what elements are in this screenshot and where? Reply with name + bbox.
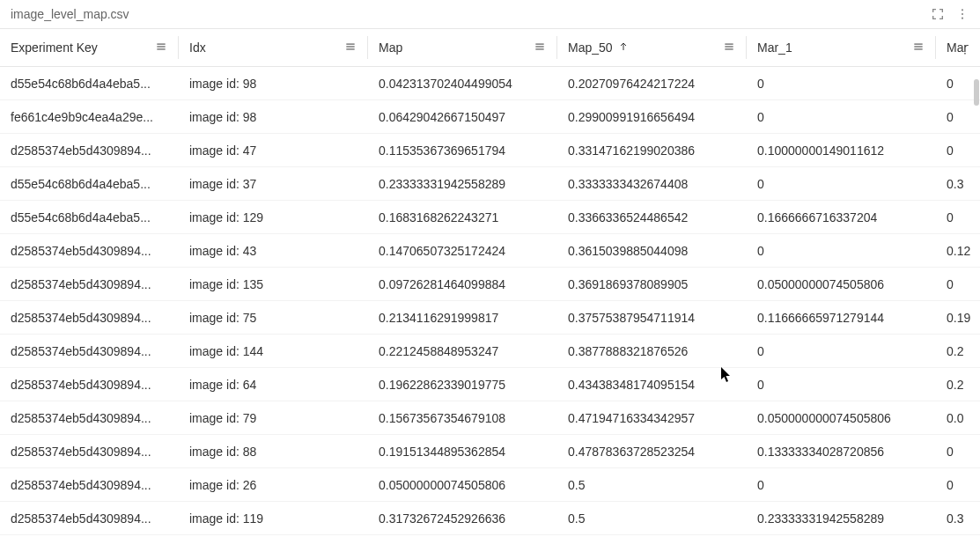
cell-map: 0.05000000074505806	[368, 478, 556, 492]
cell-map50: 0.29900991916656494	[557, 110, 746, 124]
cell-idx: image id: 98	[179, 110, 367, 124]
cell-exp_key: d2585374eb5d4309894...	[0, 478, 178, 492]
cell-idx: image id: 144	[179, 344, 367, 358]
table-row[interactable]: d2585374eb5d4309894...image id: 1350.097…	[0, 268, 980, 301]
column-menu-icon[interactable]	[155, 40, 167, 55]
column-header-label: Experiment Key	[11, 40, 98, 55]
titlebar: image_level_map.csv	[0, 0, 980, 28]
table-row[interactable]: d2585374eb5d4309894...image id: 430.1470…	[0, 234, 980, 268]
cell-map: 0.23333331942558289	[368, 177, 556, 191]
cell-map_cut: 0.3	[936, 177, 980, 191]
cell-idx: image id: 119	[179, 511, 367, 526]
table-row[interactable]: d2585374eb5d4309894...image id: 1190.317…	[0, 502, 980, 535]
cell-map50: 0.3877888321876526	[557, 344, 746, 358]
cell-map: 0.1683168262243271	[368, 210, 556, 224]
table-row[interactable]: d55e54c68b6d4a4eba5...image id: 1290.168…	[0, 201, 980, 234]
column-menu-icon[interactable]	[534, 40, 546, 55]
cell-map_cut: 0.2	[936, 378, 980, 392]
svg-point-1	[962, 13, 963, 15]
cell-map50: 0.3691869378089905	[557, 277, 746, 291]
cell-mar1: 0	[747, 244, 935, 258]
column-menu-icon[interactable]	[344, 40, 357, 55]
table-row[interactable]: d2585374eb5d4309894...image id: 750.2134…	[0, 301, 980, 335]
cell-exp_key: d2585374eb5d4309894...	[0, 143, 178, 158]
column-header-map_cut[interactable]: Maṛ	[936, 29, 980, 66]
cell-exp_key: d55e54c68b6d4a4eba5...	[0, 77, 178, 91]
cell-map50: 0.3333333432674408	[557, 177, 746, 191]
column-header-exp_key[interactable]: Experiment Key	[0, 29, 178, 66]
cell-mar1: 0.10000000149011612	[747, 143, 935, 158]
cell-idx: image id: 43	[179, 244, 367, 258]
cell-exp_key: d2585374eb5d4309894...	[0, 378, 178, 392]
cell-idx: image id: 37	[179, 177, 367, 191]
table-row[interactable]: d55e54c68b6d4a4eba5...image id: 370.2333…	[0, 167, 980, 201]
cell-map_cut: 0	[936, 478, 980, 492]
cell-map: 0.15673567354679108	[368, 411, 556, 425]
fullscreen-icon[interactable]	[931, 7, 945, 21]
more-vertical-icon[interactable]	[955, 7, 969, 21]
table-row[interactable]: d2585374eb5d4309894...image id: 880.1915…	[0, 435, 980, 468]
cell-map50: 0.5	[557, 478, 746, 492]
cell-mar1: 0	[747, 110, 935, 124]
cell-exp_key: d2585374eb5d4309894...	[0, 445, 178, 459]
cell-map50: 0.3615039885044098	[557, 244, 746, 258]
cell-map: 0.19622862339019775	[368, 378, 556, 392]
column-header-label: Mar_1	[757, 40, 792, 55]
cell-map: 0.2212458848953247	[368, 344, 556, 358]
column-header-label: Map	[379, 40, 402, 55]
table-row[interactable]: d2585374eb5d4309894...image id: 260.0500…	[0, 468, 980, 502]
table-row[interactable]: d2585374eb5d4309894...image id: 1440.221…	[0, 335, 980, 368]
cell-exp_key: d2585374eb5d4309894...	[0, 277, 178, 291]
cell-mar1: 0	[747, 177, 935, 191]
table-row[interactable]: d55e54c68b6d4a4eba5...image id: 980.0423…	[0, 67, 980, 100]
column-header-map[interactable]: Map	[368, 29, 556, 66]
cell-exp_key: d2585374eb5d4309894...	[0, 311, 178, 325]
cell-map50: 0.43438348174095154	[557, 378, 746, 392]
cell-mar1: 0.13333334028720856	[747, 445, 935, 459]
cell-exp_key: d2585374eb5d4309894...	[0, 511, 178, 526]
cell-map_cut: 0.0	[936, 411, 980, 425]
cell-map50: 0.47194716334342957	[557, 411, 746, 425]
cell-map_cut: 0	[936, 110, 980, 124]
cell-idx: image id: 98	[179, 77, 367, 91]
cell-exp_key: d55e54c68b6d4a4eba5...	[0, 177, 178, 191]
cell-exp_key: d55e54c68b6d4a4eba5...	[0, 210, 178, 224]
cell-map_cut: 0	[936, 143, 980, 158]
cell-mar1: 0.23333331942558289	[747, 511, 935, 526]
table-row[interactable]: d2585374eb5d4309894...image id: 470.1153…	[0, 134, 980, 167]
cell-exp_key: fe661c4e9b9c4ea4a29e...	[0, 110, 178, 124]
cell-map: 0.06429042667150497	[368, 110, 556, 124]
table-row[interactable]: fe661c4e9b9c4ea4a29e...image id: 980.064…	[0, 100, 980, 134]
cell-mar1: 0.050000000074505806	[747, 411, 935, 425]
cell-idx: image id: 135	[179, 277, 367, 291]
cell-map_cut: 0	[936, 210, 980, 224]
cell-map50: 0.33147162199020386	[557, 143, 746, 158]
table-row[interactable]: d2585374eb5d4309894...image id: 790.1567…	[0, 401, 980, 435]
cell-idx: image id: 88	[179, 445, 367, 459]
sort-asc-icon	[618, 40, 629, 55]
column-header-label: Map_50	[568, 40, 613, 55]
column-menu-icon[interactable]	[912, 40, 925, 55]
cell-mar1: 0.05000000074505806	[747, 277, 935, 291]
cell-mar1: 0	[747, 378, 935, 392]
cell-map: 0.11535367369651794	[368, 143, 556, 158]
cell-idx: image id: 129	[179, 210, 367, 224]
column-header-idx[interactable]: Idx	[179, 29, 367, 66]
data-table: Experiment KeyIdxMapMap_50Mar_1Maṛ d55e5…	[0, 28, 980, 535]
column-menu-icon[interactable]	[723, 40, 735, 55]
cell-idx: image id: 26	[179, 478, 367, 492]
column-header-map50[interactable]: Map_50	[557, 29, 746, 66]
cell-map_cut: 0.3	[936, 511, 980, 526]
column-header-mar1[interactable]: Mar_1	[747, 29, 935, 66]
cell-map_cut: 0	[936, 277, 980, 291]
column-header-label: Idx	[189, 40, 206, 55]
cell-mar1: 0.1666666716337204	[747, 210, 935, 224]
svg-point-2	[962, 18, 963, 19]
table-row[interactable]: d2585374eb5d4309894...image id: 640.1962…	[0, 368, 980, 401]
cell-map50: 0.20270976424217224	[557, 77, 746, 91]
vertical-scrollbar-thumb[interactable]	[974, 79, 979, 106]
titlebar-actions	[931, 7, 969, 21]
cell-map50: 0.37575387954711914	[557, 311, 746, 325]
cell-mar1: 0	[747, 478, 935, 492]
svg-point-0	[962, 9, 963, 11]
